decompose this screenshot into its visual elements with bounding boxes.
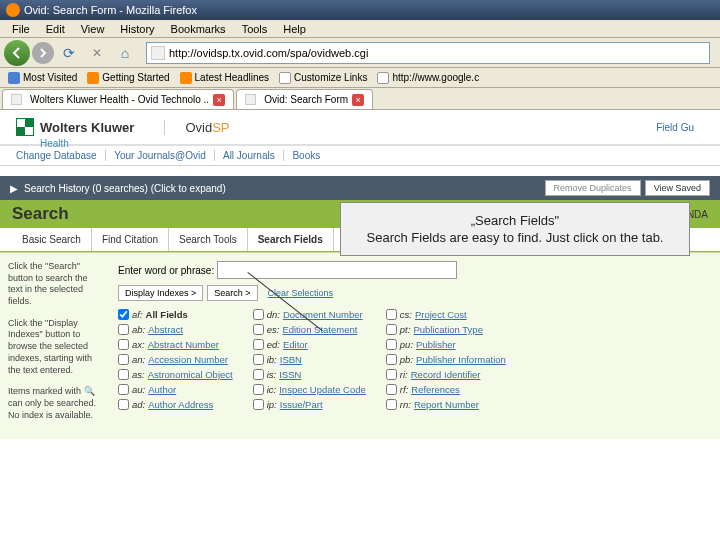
field-abbr: af:	[132, 309, 143, 320]
bookmark-most-visited[interactable]: Most Visited	[4, 71, 81, 85]
menu-help[interactable]: Help	[275, 21, 314, 37]
field-abbr: ed:	[267, 339, 280, 350]
field-checkbox-pu[interactable]	[386, 339, 397, 350]
field-ab: ab:Abstract	[118, 324, 233, 335]
field-checkbox-ad[interactable]	[118, 399, 129, 410]
menu-view[interactable]: View	[73, 21, 113, 37]
field-abbr: ab:	[132, 324, 145, 335]
wk-logo-icon	[16, 118, 34, 136]
field-checkbox-ib[interactable]	[253, 354, 264, 365]
field-link-is[interactable]: ISSN	[279, 369, 301, 380]
field-checkbox-au[interactable]	[118, 384, 129, 395]
field-link-ib[interactable]: ISBN	[280, 354, 302, 365]
field-link-ax[interactable]: Abstract Number	[148, 339, 219, 350]
field-link-as[interactable]: Astronomical Object	[148, 369, 233, 380]
field-link-ad[interactable]: Author Address	[148, 399, 213, 410]
view-saved-button[interactable]: View Saved	[645, 180, 710, 196]
tab-search-tools[interactable]: Search Tools	[169, 228, 248, 251]
menu-file[interactable]: File	[4, 21, 38, 37]
link-all-journals[interactable]: All Journals	[223, 150, 284, 161]
tab-wolters-kluwer[interactable]: Wolters Kluwer Health - Ovid Technolo ..…	[2, 89, 234, 109]
field-checkbox-rf[interactable]	[386, 384, 397, 395]
field-checkbox-ab[interactable]	[118, 324, 129, 335]
field-checkbox-ax[interactable]	[118, 339, 129, 350]
field-checkbox-as[interactable]	[118, 369, 129, 380]
field-link-au[interactable]: Author	[148, 384, 176, 395]
field-checkbox-rn[interactable]	[386, 399, 397, 410]
search-history-bar[interactable]: ▶ Search History (0 searches) (Click to …	[0, 176, 720, 200]
reload-button[interactable]: ⟳	[56, 40, 82, 66]
tab-favicon	[11, 94, 22, 105]
stop-button[interactable]: ✕	[84, 40, 110, 66]
firefox-icon	[6, 3, 20, 17]
field-link-ip[interactable]: Issue/Part	[280, 399, 323, 410]
field-link-ed[interactable]: Editor	[283, 339, 308, 350]
search-button[interactable]: Search >	[207, 285, 257, 301]
field-checkbox-an[interactable]	[118, 354, 129, 365]
tab-ovid-search[interactable]: Ovid: Search Form×	[236, 89, 373, 109]
field-link-ri[interactable]: Record Identifier	[411, 369, 481, 380]
field-abbr: ri:	[400, 369, 408, 380]
field-checkbox-is[interactable]	[253, 369, 264, 380]
field-link-pt[interactable]: Publication Type	[413, 324, 483, 335]
bookmark-google[interactable]: http://www.google.c	[373, 71, 483, 85]
bookmark-customize-links[interactable]: Customize Links	[275, 71, 371, 85]
field-checkbox-dn[interactable]	[253, 309, 264, 320]
field-link-rn[interactable]: Report Number	[414, 399, 479, 410]
fields-main: Enter word or phrase: Display Indexes > …	[110, 253, 720, 439]
field-ed: ed:Editor	[253, 339, 366, 350]
back-button[interactable]	[4, 40, 30, 66]
window-titlebar: Ovid: Search Form - Mozilla Firefox	[0, 0, 720, 20]
field-abbr: es:	[267, 324, 280, 335]
field-checkbox-pt[interactable]	[386, 324, 397, 335]
display-indexes-button[interactable]: Display Indexes >	[118, 285, 203, 301]
field-af: af:All Fields	[118, 309, 233, 320]
field-checkbox-es[interactable]	[253, 324, 264, 335]
link-change-database[interactable]: Change Database	[16, 150, 106, 161]
field-abbr: ax:	[132, 339, 145, 350]
bookmark-getting-started[interactable]: Getting Started	[83, 71, 173, 85]
field-checkbox-pb[interactable]	[386, 354, 397, 365]
menu-bookmarks[interactable]: Bookmarks	[163, 21, 234, 37]
close-icon[interactable]: ×	[213, 94, 225, 106]
field-checkbox-ed[interactable]	[253, 339, 264, 350]
field-as: as:Astronomical Object	[118, 369, 233, 380]
url-bar[interactable]: http://ovidsp.tx.ovid.com/spa/ovidweb.cg…	[146, 42, 710, 64]
field-checkbox-cs[interactable]	[386, 309, 397, 320]
field-link-cs[interactable]: Project Cost	[415, 309, 467, 320]
link-books[interactable]: Books	[292, 150, 328, 161]
field-link-pb[interactable]: Publisher Information	[416, 354, 506, 365]
field-pt: pt:Publication Type	[386, 324, 506, 335]
menu-tools[interactable]: Tools	[234, 21, 276, 37]
field-checkbox-ip[interactable]	[253, 399, 264, 410]
field-abbr: ib:	[267, 354, 277, 365]
field-link-rf[interactable]: References	[411, 384, 460, 395]
close-icon[interactable]: ×	[352, 94, 364, 106]
field-checkbox-ic[interactable]	[253, 384, 264, 395]
field-guide-link[interactable]: Field Gu	[656, 122, 704, 133]
field-link-ic[interactable]: Inspec Update Code	[279, 384, 366, 395]
menu-edit[interactable]: Edit	[38, 21, 73, 37]
field-ib: ib:ISBN	[253, 354, 366, 365]
field-abbr: as:	[132, 369, 145, 380]
forward-button[interactable]	[32, 42, 54, 64]
home-button[interactable]: ⌂	[112, 40, 138, 66]
link-your-journals[interactable]: Your Journals@Ovid	[114, 150, 215, 161]
field-cs: cs:Project Cost	[386, 309, 506, 320]
field-link-pu[interactable]: Publisher	[416, 339, 456, 350]
menu-history[interactable]: History	[112, 21, 162, 37]
callout-tooltip: „Search Fields" Search Fields are easy t…	[340, 202, 690, 256]
wk-health: Health	[40, 138, 69, 149]
field-link-ab[interactable]: Abstract	[148, 324, 183, 335]
field-checkbox-ri[interactable]	[386, 369, 397, 380]
tab-find-citation[interactable]: Find Citation	[92, 228, 169, 251]
search-history-label: Search History (0 searches) (Click to ex…	[24, 183, 226, 194]
nav-linkbar: Change Database Your Journals@Ovid All J…	[0, 146, 720, 166]
field-link-af[interactable]: All Fields	[146, 309, 188, 320]
bookmark-latest-headlines[interactable]: Latest Headlines	[176, 71, 274, 85]
navbar: ⟳ ✕ ⌂ http://ovidsp.tx.ovid.com/spa/ovid…	[0, 38, 720, 68]
field-link-an[interactable]: Accession Number	[148, 354, 228, 365]
tab-basic-search[interactable]: Basic Search	[12, 228, 92, 251]
field-checkbox-af[interactable]	[118, 309, 129, 320]
tab-search-fields[interactable]: Search Fields	[248, 228, 334, 251]
